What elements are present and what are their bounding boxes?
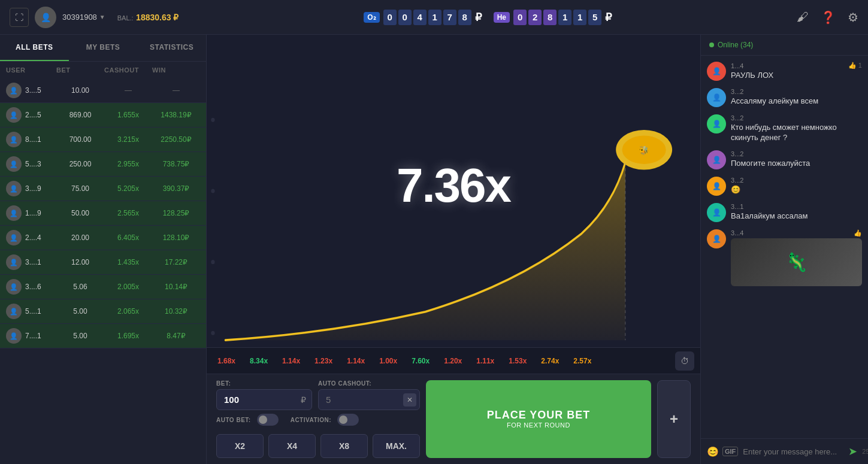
history-item: 8.34x: [245, 354, 273, 368]
counter-he-icon: He: [494, 12, 510, 23]
user-name: 2....4: [25, 233, 41, 242]
bet-amount: 250.00: [56, 160, 104, 168]
chat-like[interactable]: 👍: [854, 229, 862, 237]
bet-input-wrap: ₽: [216, 389, 312, 410]
table-row: 👤 3....6 5.06 2.005x 10.14₽: [0, 275, 206, 299]
activation-toggle[interactable]: [337, 414, 359, 426]
col-cashout: CASHOUT: [104, 66, 152, 74]
user-avatar: 👤: [6, 181, 22, 196]
counter-he-digits: 0 2 8 1 1 5: [513, 10, 601, 25]
table-row: 👤 8....1 700.00 3.215x 2250.50₽: [0, 128, 206, 152]
auto-bet-toggle[interactable]: [257, 414, 279, 426]
chat-text: 😊: [731, 185, 862, 195]
counter-o2-digits: 0 0 4 1 7 8: [383, 10, 471, 25]
digit-2: 4: [413, 10, 427, 25]
gif-icon[interactable]: GIF: [722, 447, 738, 456]
x8-button[interactable]: X8: [320, 434, 368, 458]
chat-like[interactable]: 👍 1: [848, 62, 862, 69]
multiplier-value: 7.36x: [397, 158, 510, 213]
chat-user: 3...2: [731, 150, 743, 157]
brush-button[interactable]: 🖌: [797, 10, 809, 24]
chat-message: 👤 3...2 Ассаляму алейкум всем: [707, 88, 862, 107]
settings-button[interactable]: ⚙: [848, 10, 858, 25]
chat-meta: 3...1: [731, 203, 862, 210]
chat-input-area: 😊 GIF ➤ 250: [701, 438, 868, 464]
win-value: 2250.50₽: [152, 135, 200, 144]
table-row: 👤 2....4 20.00 6.405x 128.10₽: [0, 226, 206, 250]
help-button[interactable]: ❓: [821, 10, 836, 25]
user-name: 1....9: [25, 209, 41, 217]
history-bar: 1.68x8.34x1.14x1.23x1.14x1.00x7.60x1.20x…: [207, 347, 700, 374]
win-value: —: [152, 86, 200, 95]
chat-msg-body: 3...2 Помогите пожалуйста: [731, 150, 862, 169]
chat-avatar: 👤: [707, 150, 726, 169]
chat-msg-body: 3...4 👍 🦎: [731, 229, 862, 286]
chat-msg-body: 1...4 👍 1 РАУЛЬ ЛОХ: [731, 62, 862, 81]
cashout-value: 3.215x: [104, 135, 152, 144]
cashout-value: 2.065x: [104, 307, 152, 316]
chat-image: 🦎: [731, 238, 862, 286]
tab-my-bets[interactable]: MY BETS: [69, 35, 138, 61]
user-avatar: 👤: [6, 156, 22, 172]
chat-avatar: 👤: [707, 88, 726, 107]
tab-statistics[interactable]: STATISTICS: [137, 35, 206, 61]
add-bet-button[interactable]: +: [657, 380, 691, 458]
chat-user: 3...2: [731, 177, 743, 184]
win-value: 17.22₽: [152, 258, 200, 266]
chat-input[interactable]: [743, 447, 843, 456]
user-name: 3....5: [25, 86, 41, 95]
user-avatar: 👤: [6, 304, 22, 319]
chat-message: 👤 1...4 👍 1 РАУЛЬ ЛОХ: [707, 62, 862, 81]
bet-amount: 10.00: [56, 86, 104, 95]
cashout-clear-button[interactable]: ✕: [403, 393, 416, 407]
chat-input-icons: 😊 GIF: [707, 446, 738, 457]
right-panel: Online (34) 👤 1...4 👍 1 РАУЛЬ ЛОХ 👤 3...…: [700, 35, 868, 464]
cashout-input-wrap: ✕: [318, 389, 420, 410]
chat-user: 3...1: [731, 203, 743, 210]
table-row: 👤 5....3 250.00 2.955x 738.75₽: [0, 152, 206, 177]
win-value: 128.25₽: [152, 209, 200, 217]
chat-text: Ассаляму алейкум всем: [731, 96, 862, 107]
bet-amount: 5.06: [56, 283, 104, 291]
place-bet-button[interactable]: PLACE YOUR BET FOR NEXT ROUND: [426, 380, 651, 458]
history-button[interactable]: ⏱: [675, 351, 694, 371]
svg-text:🐝: 🐝: [639, 145, 649, 156]
history-item: 1.14x: [277, 354, 305, 368]
fullscreen-button[interactable]: ⛶: [10, 8, 29, 27]
emoji-icon[interactable]: 😊: [707, 446, 719, 457]
table-row: 👤 2....5 869.00 1.655x 1438.19₽: [0, 103, 206, 128]
chat-send-button[interactable]: ➤: [848, 445, 857, 458]
x4-button[interactable]: X4: [268, 434, 316, 458]
x2-button[interactable]: X2: [216, 434, 264, 458]
bet-input[interactable]: [216, 389, 312, 410]
user-info: 👤 2....4: [6, 230, 56, 245]
chat-message: 👤 3...2 Помогите пожалуйста: [707, 150, 862, 169]
cashout-value: 6.405x: [104, 233, 152, 242]
user-avatar: 👤: [35, 7, 56, 28]
bet-controls-row: BET: ₽ AUTO CASHOUT: ✕: [216, 380, 691, 458]
bet-amount: 869.00: [56, 111, 104, 119]
chat-user: 3...2: [731, 114, 743, 122]
user-name: 8....1: [25, 135, 41, 144]
chat-messages: 👤 1...4 👍 1 РАУЛЬ ЛОХ 👤 3...2 Ассаляму а…: [701, 56, 868, 438]
digit-0: 0: [383, 10, 397, 25]
user-avatar: 👤: [6, 205, 22, 221]
tab-all-bets[interactable]: ALL BETS: [0, 35, 69, 61]
max-button[interactable]: MAX.: [373, 434, 420, 458]
header-left: ⛶ 👤 30391908 ▼ BAL.: 18830.63 ₽: [10, 7, 179, 28]
history-item: 1.20x: [439, 354, 467, 368]
user-avatar: 👤: [6, 279, 22, 295]
cashout-value: 2.955x: [104, 160, 152, 168]
cashout-value: 2.565x: [104, 209, 152, 217]
digit-4: 7: [443, 10, 456, 25]
chat-user: 1...4: [731, 62, 743, 69]
chat-meta: 3...2: [731, 150, 862, 157]
history-item: 1.68x: [213, 354, 240, 368]
online-dot: [709, 43, 714, 47]
user-info: 👤 3....1: [6, 254, 56, 270]
table-row: 👤 3....9 75.00 5.205x 390.37₽: [0, 177, 206, 201]
online-bar: Online (34): [701, 35, 868, 56]
user-info: 👤 8....1: [6, 132, 56, 147]
history-item: 7.60x: [407, 354, 434, 368]
main-layout: ALL BETS MY BETS STATISTICS USER BET CAS…: [0, 35, 868, 464]
